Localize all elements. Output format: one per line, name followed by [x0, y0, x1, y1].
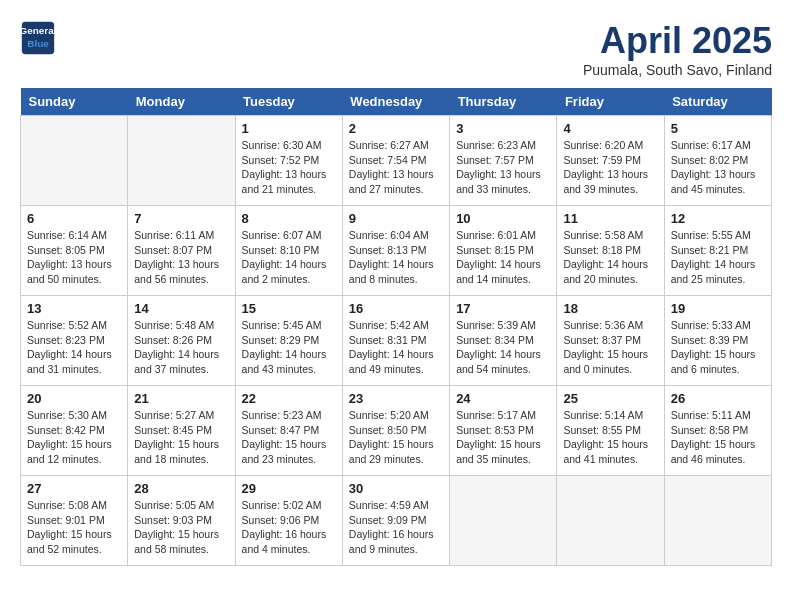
weekday-wednesday: Wednesday — [342, 88, 449, 116]
calendar-cell: 8Sunrise: 6:07 AM Sunset: 8:10 PM Daylig… — [235, 206, 342, 296]
day-number: 22 — [242, 391, 336, 406]
weekday-monday: Monday — [128, 88, 235, 116]
calendar-title: April 2025 — [583, 20, 772, 62]
day-number: 29 — [242, 481, 336, 496]
day-info: Sunrise: 5:23 AM Sunset: 8:47 PM Dayligh… — [242, 408, 336, 467]
header: General Blue April 2025 Puumala, South S… — [20, 20, 772, 78]
day-number: 14 — [134, 301, 228, 316]
day-number: 7 — [134, 211, 228, 226]
calendar-cell — [450, 476, 557, 566]
calendar-cell: 1Sunrise: 6:30 AM Sunset: 7:52 PM Daylig… — [235, 116, 342, 206]
day-number: 18 — [563, 301, 657, 316]
svg-text:General: General — [20, 25, 56, 36]
weekday-thursday: Thursday — [450, 88, 557, 116]
calendar-cell: 18Sunrise: 5:36 AM Sunset: 8:37 PM Dayli… — [557, 296, 664, 386]
calendar-cell: 24Sunrise: 5:17 AM Sunset: 8:53 PM Dayli… — [450, 386, 557, 476]
calendar-cell — [21, 116, 128, 206]
weekday-sunday: Sunday — [21, 88, 128, 116]
day-number: 16 — [349, 301, 443, 316]
calendar-cell: 11Sunrise: 5:58 AM Sunset: 8:18 PM Dayli… — [557, 206, 664, 296]
weekday-friday: Friday — [557, 88, 664, 116]
calendar-cell: 29Sunrise: 5:02 AM Sunset: 9:06 PM Dayli… — [235, 476, 342, 566]
calendar-cell: 3Sunrise: 6:23 AM Sunset: 7:57 PM Daylig… — [450, 116, 557, 206]
calendar-cell: 2Sunrise: 6:27 AM Sunset: 7:54 PM Daylig… — [342, 116, 449, 206]
day-info: Sunrise: 6:07 AM Sunset: 8:10 PM Dayligh… — [242, 228, 336, 287]
week-row-2: 6Sunrise: 6:14 AM Sunset: 8:05 PM Daylig… — [21, 206, 772, 296]
day-info: Sunrise: 5:17 AM Sunset: 8:53 PM Dayligh… — [456, 408, 550, 467]
day-info: Sunrise: 5:48 AM Sunset: 8:26 PM Dayligh… — [134, 318, 228, 377]
day-number: 15 — [242, 301, 336, 316]
calendar-cell: 14Sunrise: 5:48 AM Sunset: 8:26 PM Dayli… — [128, 296, 235, 386]
calendar-cell: 25Sunrise: 5:14 AM Sunset: 8:55 PM Dayli… — [557, 386, 664, 476]
day-info: Sunrise: 6:14 AM Sunset: 8:05 PM Dayligh… — [27, 228, 121, 287]
day-number: 2 — [349, 121, 443, 136]
calendar-cell: 30Sunrise: 4:59 AM Sunset: 9:09 PM Dayli… — [342, 476, 449, 566]
day-number: 27 — [27, 481, 121, 496]
day-info: Sunrise: 5:14 AM Sunset: 8:55 PM Dayligh… — [563, 408, 657, 467]
day-number: 6 — [27, 211, 121, 226]
day-info: Sunrise: 5:42 AM Sunset: 8:31 PM Dayligh… — [349, 318, 443, 377]
day-number: 9 — [349, 211, 443, 226]
calendar-cell: 20Sunrise: 5:30 AM Sunset: 8:42 PM Dayli… — [21, 386, 128, 476]
day-number: 10 — [456, 211, 550, 226]
day-info: Sunrise: 5:39 AM Sunset: 8:34 PM Dayligh… — [456, 318, 550, 377]
weekday-header: SundayMondayTuesdayWednesdayThursdayFrid… — [21, 88, 772, 116]
calendar-cell: 15Sunrise: 5:45 AM Sunset: 8:29 PM Dayli… — [235, 296, 342, 386]
weekday-saturday: Saturday — [664, 88, 771, 116]
day-number: 25 — [563, 391, 657, 406]
day-number: 12 — [671, 211, 765, 226]
calendar-cell — [557, 476, 664, 566]
calendar-cell: 19Sunrise: 5:33 AM Sunset: 8:39 PM Dayli… — [664, 296, 771, 386]
day-info: Sunrise: 5:20 AM Sunset: 8:50 PM Dayligh… — [349, 408, 443, 467]
calendar-cell: 17Sunrise: 5:39 AM Sunset: 8:34 PM Dayli… — [450, 296, 557, 386]
calendar-cell: 6Sunrise: 6:14 AM Sunset: 8:05 PM Daylig… — [21, 206, 128, 296]
calendar-cell: 10Sunrise: 6:01 AM Sunset: 8:15 PM Dayli… — [450, 206, 557, 296]
calendar-subtitle: Puumala, South Savo, Finland — [583, 62, 772, 78]
day-info: Sunrise: 5:02 AM Sunset: 9:06 PM Dayligh… — [242, 498, 336, 557]
day-number: 3 — [456, 121, 550, 136]
day-info: Sunrise: 6:04 AM Sunset: 8:13 PM Dayligh… — [349, 228, 443, 287]
day-number: 11 — [563, 211, 657, 226]
day-info: Sunrise: 5:30 AM Sunset: 8:42 PM Dayligh… — [27, 408, 121, 467]
day-number: 24 — [456, 391, 550, 406]
day-number: 1 — [242, 121, 336, 136]
day-info: Sunrise: 6:27 AM Sunset: 7:54 PM Dayligh… — [349, 138, 443, 197]
calendar-cell: 21Sunrise: 5:27 AM Sunset: 8:45 PM Dayli… — [128, 386, 235, 476]
title-area: April 2025 Puumala, South Savo, Finland — [583, 20, 772, 78]
day-number: 26 — [671, 391, 765, 406]
week-row-1: 1Sunrise: 6:30 AM Sunset: 7:52 PM Daylig… — [21, 116, 772, 206]
day-number: 17 — [456, 301, 550, 316]
day-number: 19 — [671, 301, 765, 316]
day-number: 23 — [349, 391, 443, 406]
day-number: 28 — [134, 481, 228, 496]
day-info: Sunrise: 6:01 AM Sunset: 8:15 PM Dayligh… — [456, 228, 550, 287]
day-info: Sunrise: 5:11 AM Sunset: 8:58 PM Dayligh… — [671, 408, 765, 467]
calendar-cell: 4Sunrise: 6:20 AM Sunset: 7:59 PM Daylig… — [557, 116, 664, 206]
day-info: Sunrise: 5:08 AM Sunset: 9:01 PM Dayligh… — [27, 498, 121, 557]
day-number: 21 — [134, 391, 228, 406]
calendar-cell — [664, 476, 771, 566]
day-info: Sunrise: 5:27 AM Sunset: 8:45 PM Dayligh… — [134, 408, 228, 467]
calendar-table: SundayMondayTuesdayWednesdayThursdayFrid… — [20, 88, 772, 566]
day-info: Sunrise: 5:55 AM Sunset: 8:21 PM Dayligh… — [671, 228, 765, 287]
calendar-cell: 22Sunrise: 5:23 AM Sunset: 8:47 PM Dayli… — [235, 386, 342, 476]
calendar-cell: 27Sunrise: 5:08 AM Sunset: 9:01 PM Dayli… — [21, 476, 128, 566]
day-number: 8 — [242, 211, 336, 226]
day-info: Sunrise: 5:36 AM Sunset: 8:37 PM Dayligh… — [563, 318, 657, 377]
svg-text:Blue: Blue — [27, 38, 49, 49]
calendar-cell: 7Sunrise: 6:11 AM Sunset: 8:07 PM Daylig… — [128, 206, 235, 296]
day-info: Sunrise: 6:23 AM Sunset: 7:57 PM Dayligh… — [456, 138, 550, 197]
calendar-cell: 5Sunrise: 6:17 AM Sunset: 8:02 PM Daylig… — [664, 116, 771, 206]
calendar-body: 1Sunrise: 6:30 AM Sunset: 7:52 PM Daylig… — [21, 116, 772, 566]
day-info: Sunrise: 5:58 AM Sunset: 8:18 PM Dayligh… — [563, 228, 657, 287]
week-row-5: 27Sunrise: 5:08 AM Sunset: 9:01 PM Dayli… — [21, 476, 772, 566]
calendar-cell: 9Sunrise: 6:04 AM Sunset: 8:13 PM Daylig… — [342, 206, 449, 296]
day-number: 30 — [349, 481, 443, 496]
day-info: Sunrise: 5:52 AM Sunset: 8:23 PM Dayligh… — [27, 318, 121, 377]
logo: General Blue — [20, 20, 60, 56]
day-number: 4 — [563, 121, 657, 136]
day-number: 13 — [27, 301, 121, 316]
calendar-cell: 12Sunrise: 5:55 AM Sunset: 8:21 PM Dayli… — [664, 206, 771, 296]
day-info: Sunrise: 6:11 AM Sunset: 8:07 PM Dayligh… — [134, 228, 228, 287]
calendar-cell: 16Sunrise: 5:42 AM Sunset: 8:31 PM Dayli… — [342, 296, 449, 386]
